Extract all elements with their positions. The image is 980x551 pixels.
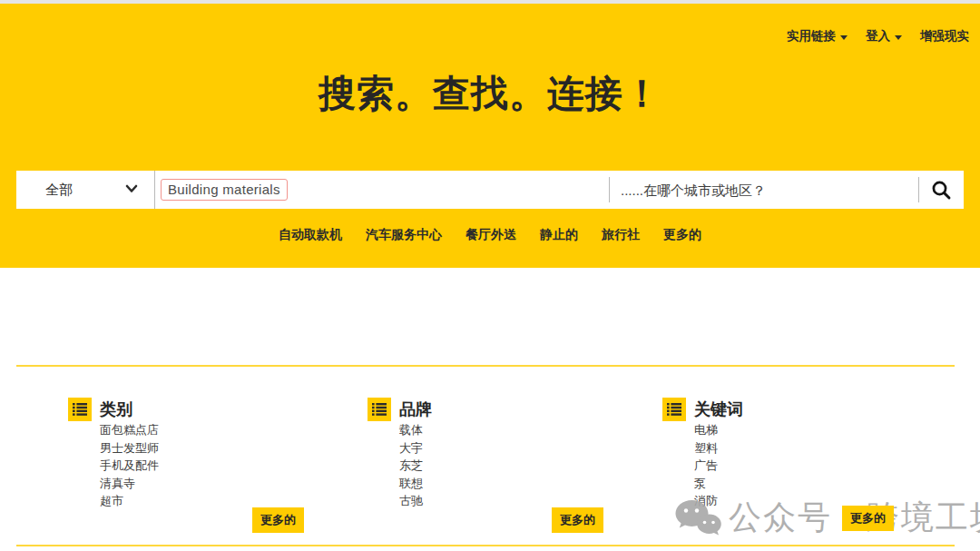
nav-login-label: 登入 (866, 28, 890, 44)
chevron-down-icon (125, 184, 138, 193)
location-field-zone (610, 171, 918, 209)
list-item[interactable]: 联想 (399, 475, 423, 493)
list-item[interactable]: 面包糕点店 (100, 421, 159, 439)
quick-link-travel-agency[interactable]: 旅行社 (602, 227, 640, 243)
nav-login[interactable]: 登入 (866, 28, 902, 44)
more-categories-button[interactable]: 更多的 (252, 507, 304, 533)
list-item[interactable]: 手机及配件 (100, 457, 159, 475)
quick-link-restaurant-delivery[interactable]: 餐厅外送 (466, 227, 516, 243)
list-item[interactable]: 广告 (694, 457, 718, 475)
section-keywords: 关键词 电梯 塑料 广告 泵 消防 更多的 (662, 396, 898, 537)
search-icon (931, 180, 952, 201)
footer-divider (16, 545, 955, 546)
list-item[interactable]: 塑料 (694, 439, 718, 458)
section-brands: 品牌 载体 大宇 东芝 联想 古驰 更多的 (368, 396, 603, 537)
search-query-value: Building materials (161, 179, 288, 201)
category-selected-value: 全部 (45, 182, 73, 199)
quick-link-auto-service[interactable]: 汽车服务中心 (366, 227, 442, 243)
categories-list: 面包糕点店 男士发型师 手机及配件 清真寺 超市 (100, 421, 159, 510)
list-icon (368, 398, 391, 421)
search-bar: 全部 Building materials (16, 171, 964, 209)
section-categories: 类别 面包糕点店 男士发型师 手机及配件 清真寺 超市 更多的 (68, 396, 304, 537)
list-item[interactable]: 东芝 (399, 457, 423, 475)
section-title-brands: 品牌 (399, 398, 432, 421)
section-divider (16, 365, 955, 367)
list-item[interactable]: 消防 (694, 492, 718, 510)
nav-augmented-reality[interactable]: 增强现实 (920, 28, 969, 44)
search-button[interactable] (919, 171, 964, 209)
brands-list: 载体 大宇 东芝 联想 古驰 (399, 421, 423, 510)
list-icon (662, 398, 686, 421)
keywords-list: 电梯 塑料 广告 泵 消防 (694, 421, 718, 510)
section-title-keywords: 关键词 (694, 398, 743, 421)
location-input[interactable] (610, 182, 918, 198)
nav-useful-links-label: 实用链接 (787, 28, 836, 44)
nav-useful-links[interactable]: 实用链接 (787, 28, 848, 44)
quick-link-more[interactable]: 更多的 (663, 227, 701, 243)
nav-ar-label: 增强现实 (920, 28, 969, 44)
list-item[interactable]: 超市 (100, 492, 159, 510)
list-item[interactable]: 载体 (399, 421, 423, 439)
caret-down-icon (895, 35, 902, 40)
list-item[interactable]: 男士发型师 (100, 439, 159, 458)
list-item[interactable]: 泵 (694, 475, 718, 493)
more-keywords-button[interactable]: 更多的 (842, 506, 894, 531)
quick-link-atm[interactable]: 自动取款机 (279, 227, 342, 243)
search-query-input[interactable]: Building materials (155, 171, 609, 209)
list-item[interactable]: 大宇 (399, 439, 423, 458)
more-brands-button[interactable]: 更多的 (552, 507, 603, 533)
quick-link-static[interactable]: 静止的 (540, 227, 578, 243)
list-icon (68, 398, 92, 421)
list-item[interactable]: 电梯 (694, 421, 718, 439)
caret-down-icon (840, 35, 848, 40)
page-title: 搜索。查找。连接！ (0, 69, 980, 119)
section-title-categories: 类别 (100, 398, 132, 421)
list-item[interactable]: 古驰 (399, 492, 423, 510)
hero-banner: 实用链接 登入 增强现实 搜索。查找。连接！ 全部 Building mater… (0, 4, 980, 268)
list-item[interactable]: 清真寺 (100, 475, 159, 493)
category-select[interactable]: 全部 (16, 171, 154, 209)
top-nav: 实用链接 登入 增强现实 (787, 28, 969, 44)
quick-links-row: 自动取款机 汽车服务中心 餐厅外送 静止的 旅行社 更多的 (0, 227, 980, 243)
